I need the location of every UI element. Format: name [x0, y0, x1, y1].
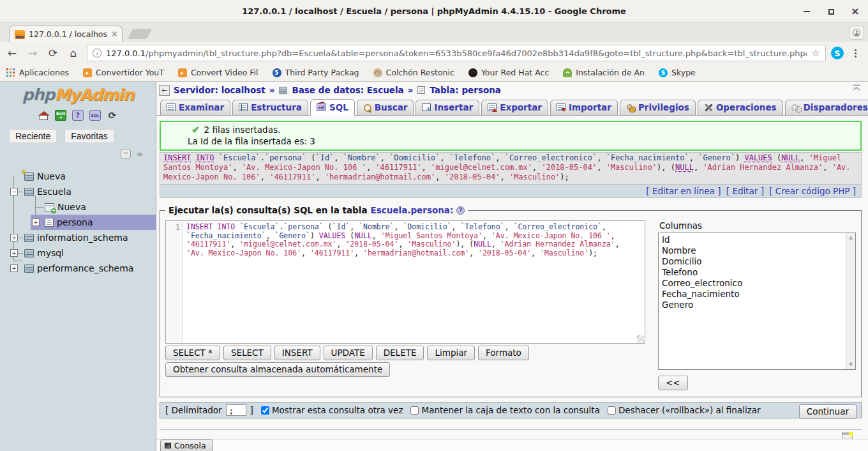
collapse-all-icon[interactable]: −	[121, 149, 131, 158]
close-icon[interactable]: ×	[848, 4, 863, 19]
edit-inline-link[interactable]: [ Editar en línea ]	[646, 186, 721, 196]
forward-icon[interactable]: →	[24, 45, 41, 61]
bookmark-android[interactable]: ᴖ Instalación de An	[563, 68, 645, 77]
edit-link[interactable]: [ Editar ]	[726, 186, 764, 196]
bookmark-third-party[interactable]: 5 Third Party Packag	[273, 68, 359, 77]
update-button[interactable]: UPDATE	[324, 346, 373, 360]
tab-estructura[interactable]: Estructura	[232, 100, 308, 115]
listbox-scrollbar[interactable]: ▲ ▼	[846, 233, 855, 369]
expand-expander-icon[interactable]: +	[10, 264, 18, 272]
bookmark-apps[interactable]: Aplicaciones	[6, 68, 69, 77]
tab-examinar[interactable]: Examinar	[160, 100, 230, 115]
sidebar-collapse-icon[interactable]: ←	[159, 85, 170, 96]
tree-item-persona[interactable]: + persona	[0, 215, 156, 230]
editor-code[interactable]: INSERT INTO `Escuela`.`persona` (`Id`, `…	[183, 221, 645, 343]
insert-button[interactable]: INSERT	[274, 346, 320, 360]
scroll-down-icon[interactable]: ▼	[846, 360, 855, 369]
rollback-checkbox[interactable]	[608, 406, 616, 415]
console-toggle[interactable]: Consola	[160, 440, 213, 451]
get-stored-query-button[interactable]: Obtener consulta almacenada automáticame…	[165, 362, 390, 377]
scroll-up-icon[interactable]: ▲	[846, 233, 855, 242]
select-button[interactable]: SELECT	[223, 346, 271, 360]
url-bar[interactable]: i 127.0.0.1/phpmyadmin/tbl_structure.php…	[87, 45, 826, 61]
page-info-icon[interactable]: i	[93, 49, 101, 57]
columns-listbox[interactable]: Id Nombre Domicilio Telefono Correo_elec…	[658, 233, 856, 370]
select-star-button[interactable]: SELECT *	[165, 346, 220, 360]
delete-button[interactable]: DELETE	[376, 346, 424, 360]
column-option[interactable]: Fecha_nacimiento	[662, 289, 844, 300]
show-query-checkbox[interactable]	[261, 406, 269, 415]
console-label: Consola	[174, 441, 206, 450]
column-option[interactable]: Domicilio	[662, 256, 844, 267]
resize-handle[interactable]	[637, 335, 644, 342]
tab-privilegios[interactable]: Privilegios	[620, 100, 696, 115]
help-icon[interactable]: ?	[456, 206, 465, 215]
sql-editor[interactable]: 1 INSERT INTO `Escuela`.`persona` (`Id`,…	[165, 220, 645, 344]
breadcrumb-database[interactable]: Base de datos: Escuela	[292, 85, 403, 95]
exit-icon[interactable]: Exit➜	[55, 110, 66, 121]
bookmark-convert-video[interactable]: ▸ Convert Video Fil	[178, 68, 258, 77]
collapse-expander-icon[interactable]: −	[10, 188, 18, 195]
clear-button[interactable]: Limpiar	[427, 346, 475, 360]
tab-buscar[interactable]: Buscar	[357, 100, 414, 115]
tab-importar[interactable]: Importar	[550, 100, 618, 115]
pma-logo[interactable]: phpMyAdmin	[0, 82, 156, 104]
expand-expander-icon[interactable]: +	[10, 234, 18, 241]
chrome-menu-icon[interactable]	[849, 46, 862, 60]
tab-operaciones[interactable]: Operaciones	[698, 100, 783, 115]
tab-close-icon[interactable]: ✕	[111, 29, 118, 39]
tree-item-performance-schema[interactable]: + performance_schema	[0, 261, 156, 276]
bookmark-star-icon[interactable]: ☆	[812, 47, 820, 59]
retain-textbox-checkbox[interactable]	[410, 406, 419, 415]
url-text[interactable]: 127.0.0.1/phpmyadmin/tbl_structure.php?d…	[106, 49, 807, 58]
sql-window-icon[interactable]: SQL	[89, 110, 101, 121]
profile-icon	[853, 29, 860, 36]
column-option[interactable]: Genero	[662, 300, 844, 310]
help-icon[interactable]: ?	[72, 110, 84, 121]
column-option[interactable]: Telefono	[662, 267, 844, 278]
tree-item-mysql[interactable]: + mysql	[0, 245, 156, 261]
minimize-icon[interactable]	[799, 4, 814, 19]
expand-expander-icon[interactable]: +	[10, 249, 18, 257]
delimiter-input[interactable]	[226, 404, 246, 416]
column-option[interactable]: Id	[662, 234, 844, 245]
tree-item-escuela[interactable]: − Escuela	[0, 184, 156, 199]
maximize-icon[interactable]	[823, 4, 839, 19]
skype-extension-icon[interactable]: S	[831, 47, 844, 59]
tree-item-information-schema[interactable]: + information_schema	[0, 230, 156, 245]
home-icon[interactable]	[38, 110, 49, 121]
query-form: Ejecutar la(s) consulta(s) SQL en la tab…	[160, 205, 862, 397]
column-option[interactable]: Correo_electronico	[662, 278, 844, 289]
recent-button[interactable]: Reciente	[9, 129, 57, 143]
insert-column-button[interactable]: <<	[658, 376, 688, 390]
browser-tab[interactable]: PMA 127.0.0.1 / localhos ✕	[9, 26, 123, 42]
home-icon[interactable]: ⌂	[65, 45, 82, 61]
breadcrumb-server[interactable]: Servidor: localhost	[174, 85, 266, 95]
tab-insertar[interactable]: Insertar	[415, 100, 479, 115]
create-php-link[interactable]: [ Crear código PHP ]	[769, 186, 856, 196]
continue-button[interactable]: Continuar	[799, 404, 857, 419]
new-tab-button[interactable]	[128, 29, 153, 39]
tree-item-new-table[interactable]: + Nueva	[0, 199, 156, 215]
bookmark-redhat[interactable]: ◠ Your Red Hat Acc	[468, 68, 549, 77]
tree-item-new-database[interactable]: Nueva	[0, 169, 156, 184]
reload-icon[interactable]: ⟳	[45, 45, 61, 61]
refresh-icon[interactable]: ⟳	[107, 110, 118, 121]
bookmark-skype[interactable]: S Skype	[659, 68, 696, 77]
expand-expander-icon[interactable]: +	[32, 218, 40, 226]
link-icon[interactable]: ∞	[137, 149, 142, 158]
column-option[interactable]: Nombre	[662, 245, 844, 256]
tab-exportar[interactable]: Exportar	[481, 100, 548, 115]
back-icon[interactable]: ←	[4, 45, 20, 61]
format-button[interactable]: Formato	[478, 346, 529, 360]
executed-sql: INSERT INTO `Escuela`.`persona` (`Id`, `…	[160, 152, 862, 185]
page-collapse-icon[interactable]	[851, 84, 862, 91]
tab-sql[interactable]: sqlSQL	[310, 99, 355, 116]
tab-disparadores[interactable]: Disparadores	[785, 100, 868, 115]
bookmark-colchon[interactable]: ◠ Colchón Restonic	[373, 68, 454, 77]
breadcrumb-table[interactable]: Tabla: persona	[430, 85, 501, 95]
profile-button[interactable]	[849, 26, 864, 40]
bookmark-convertidor[interactable]: ▸ Convertidor YouT	[83, 68, 164, 77]
favorites-button[interactable]: Favoritas	[64, 129, 114, 143]
table-link[interactable]: Escuela.persona:	[371, 205, 454, 215]
